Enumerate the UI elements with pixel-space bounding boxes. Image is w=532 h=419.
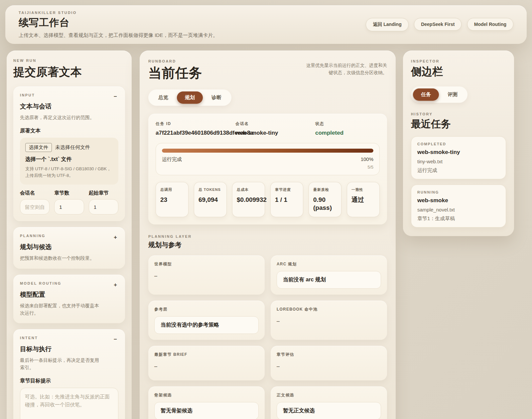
runboard-title-block: RUNBOARD 当前任务	[148, 59, 202, 82]
model-routing-card-description: 候选来自部署配置，也支持手动覆盖本次运行。	[20, 302, 103, 317]
session-value: web-smoke-tiny	[235, 130, 315, 136]
planning-layer-title: 规划与参考	[148, 240, 387, 249]
reference-layer-card: 参考层 当前没有选中的参考策略	[148, 301, 265, 340]
status-block: 状态 completed	[315, 121, 380, 136]
history-status-badge: COMPLETED	[417, 142, 500, 146]
progress-bar-track	[162, 149, 373, 153]
runboard-panel: RUNBOARD 当前任务 这里优先显示当前运行的正文、进度和关键状态，次级信息…	[140, 51, 396, 419]
runboard-note: 这里优先显示当前运行的正文、进度和关键状态，次级信息分区收纳。	[304, 62, 387, 77]
header-text-block: TAIJIANKILLER STUDIO 续写工作台 上传文本、选择模型、查看规…	[19, 11, 218, 39]
planning-layer-header: PLANNING LAYER 规划与参考	[148, 234, 387, 249]
planning-card-description: 把预算和候选数收在一个控制段里。	[20, 255, 103, 262]
stat-total-tokens: 总 TOKENS 69,094	[194, 182, 227, 217]
task-id-value: a7f221abf39e4601806d9138dfeeae8a	[156, 130, 235, 136]
input-card: INPUT − 文本与会话 先选原著，再定义这次运行的范围。 原著文本 选择文件…	[13, 86, 125, 221]
file-status-text: 未选择任何文件	[55, 144, 90, 151]
model-routing-card-title: 模型配置	[20, 290, 118, 299]
planning-card: PLANNING + 规划与候选 把预算和候选数收在一个控制段里。	[13, 227, 125, 269]
session-name-label: 会话名	[20, 190, 50, 196]
run-info-card: 任务 ID a7f221abf39e4601806d9138dfeeae8a 会…	[148, 114, 387, 224]
stat-consistency: 一致性 通过	[347, 182, 380, 217]
prose-candidates-card: 正文候选 暂无正文候选	[271, 386, 387, 419]
status-label: 状态	[315, 121, 380, 127]
skeleton-candidates-card: 骨架候选 暂无骨架候选	[148, 386, 265, 419]
choose-file-button[interactable]: 选择文件	[25, 143, 52, 152]
collapse-icon[interactable]: −	[112, 336, 118, 343]
history-run-note: 章节1：生成草稿	[417, 215, 500, 222]
tab-evals[interactable]: 评测	[440, 88, 466, 101]
source-text-label: 原著文本	[20, 127, 118, 134]
file-upload-box: 选择文件 未选择任何文件 选择一个 `.txt` 文件 支持 UTF-8 / U…	[20, 138, 118, 185]
tab-tasks[interactable]: 任务	[413, 88, 439, 101]
new-run-panel: NEW RUN 提交原著文本 INPUT − 文本与会话 先选原著，再定义这次运…	[7, 51, 132, 419]
tab-planning[interactable]: 规划	[177, 91, 203, 104]
status-badge: completed	[315, 130, 380, 136]
planning-layer-grid: 世界模型 – ARC 规划 当前没有 arc 规划 参考层 当前没有选中的参考策…	[148, 255, 387, 419]
file-hint-subtext: 支持 UTF-8 / UTF-8-SIG / GB18030 / GBK，上传后…	[25, 166, 113, 180]
session-name-input[interactable]	[20, 199, 50, 214]
task-id-label: 任务 ID	[156, 121, 235, 127]
latest-brief-card: 最新章节 BRIEF –	[148, 346, 265, 380]
input-card-description: 先选原著，再定义这次运行的范围。	[20, 114, 103, 121]
history-run-name: web-smoke-tiny	[417, 149, 500, 156]
stat-chapter-progress: 章节进度 1 / 1	[270, 182, 303, 217]
header-actions: 返回 Landing DeepSeek First Model Routing	[362, 18, 513, 31]
chapter-count-input[interactable]	[54, 199, 84, 214]
progress-steps: 5/5	[162, 165, 373, 170]
tab-diagnostics[interactable]: 诊断	[203, 91, 229, 104]
world-model-card: 世界模型 –	[148, 255, 265, 295]
stats-row: 总调用 23 总 TOKENS 69,094 总成本 $0.009932 章节进…	[156, 182, 380, 217]
history-item-running[interactable]: RUNNING web-smoke sample_novel.txt 章节1：生…	[411, 185, 506, 227]
session-label: 会话名	[235, 121, 315, 127]
arc-plan-card: ARC 规划 当前没有 arc 规划	[271, 255, 387, 295]
start-chapter-input[interactable]	[89, 199, 118, 214]
intent-card-eyebrow: INTENT	[20, 336, 38, 340]
runboard-tabs: 总览 规划 诊断	[148, 89, 231, 106]
back-landing-button[interactable]: 返回 Landing	[366, 18, 408, 31]
progress-bar-fill	[162, 149, 373, 153]
input-card-eyebrow: INPUT	[20, 93, 35, 97]
tab-overview[interactable]: 总览	[150, 91, 176, 104]
history-item-completed[interactable]: COMPLETED web-smoke-tiny tiny-web.txt 运行…	[411, 136, 506, 179]
deepseek-first-button[interactable]: DeepSeek First	[414, 18, 462, 31]
chapter-goal-label: 章节目标提示	[20, 377, 118, 384]
runboard-title: 当前任务	[148, 64, 202, 82]
intent-card-title: 目标与执行	[20, 345, 118, 353]
file-hint-title: 选择一个 `.txt` 文件	[25, 156, 113, 163]
model-routing-card: MODEL ROUTING + 模型配置 候选来自部署配置，也支持手动覆盖本次运…	[13, 275, 125, 323]
stat-total-cost: 总成本 $0.009932	[232, 182, 265, 217]
expand-icon[interactable]: +	[112, 234, 118, 241]
chapter-goal-textarea[interactable]	[20, 388, 118, 419]
studio-eyebrow: TAIJIANKILLER STUDIO	[19, 11, 218, 15]
new-run-eyebrow: NEW RUN	[13, 59, 125, 63]
task-id-block: 任务 ID a7f221abf39e4601806d9138dfeeae8a	[156, 121, 235, 136]
inspector-title: 侧边栏	[411, 65, 506, 79]
chapter-count-label: 章节数	[54, 190, 84, 196]
history-run-file: tiny-web.txt	[417, 159, 500, 164]
progress-label: 运行完成	[162, 156, 182, 163]
intent-card-description: 最后补一条目标提示，再决定是否复用索引。	[20, 357, 103, 371]
history-run-file: sample_novel.txt	[417, 207, 500, 212]
new-run-title: 提交原著文本	[13, 65, 125, 80]
runboard-eyebrow: RUNBOARD	[148, 59, 202, 63]
session-block: 会话名 web-smoke-tiny	[235, 121, 315, 136]
inspector-eyebrow: INSPECTOR	[411, 59, 506, 63]
stat-total-calls: 总调用 23	[156, 182, 189, 217]
intent-card: INTENT − 目标与执行 最后补一条目标提示，再决定是否复用索引。 章节目标…	[13, 329, 125, 419]
app-header: TAIJIANKILLER STUDIO 续写工作台 上传文本、选择模型、查看规…	[5, 5, 527, 44]
history-run-name: web-smoke	[417, 197, 500, 204]
collapse-icon[interactable]: −	[112, 93, 118, 100]
history-run-note: 运行完成	[417, 167, 500, 174]
progress-box: 运行完成 100% 5/5	[156, 143, 380, 175]
history-status-badge: RUNNING	[417, 190, 500, 194]
progress-percent: 100%	[361, 156, 373, 163]
model-routing-button[interactable]: Model Routing	[467, 18, 513, 31]
history-title: 最近任务	[411, 117, 506, 131]
planning-layer-eyebrow: PLANNING LAYER	[148, 234, 387, 238]
history-eyebrow: HISTORY	[411, 112, 506, 116]
lorebook-pool-card: LOREBOOK 命中池 –	[271, 301, 387, 340]
planning-card-title: 规划与候选	[20, 243, 118, 251]
app-subtitle: 上传文本、选择模型、查看规划与正文，把工作面板做得更像 IDE，而不是一页堆满卡…	[19, 32, 218, 39]
chapter-eval-card: 章节评估 –	[271, 346, 387, 380]
expand-icon[interactable]: +	[112, 281, 118, 288]
